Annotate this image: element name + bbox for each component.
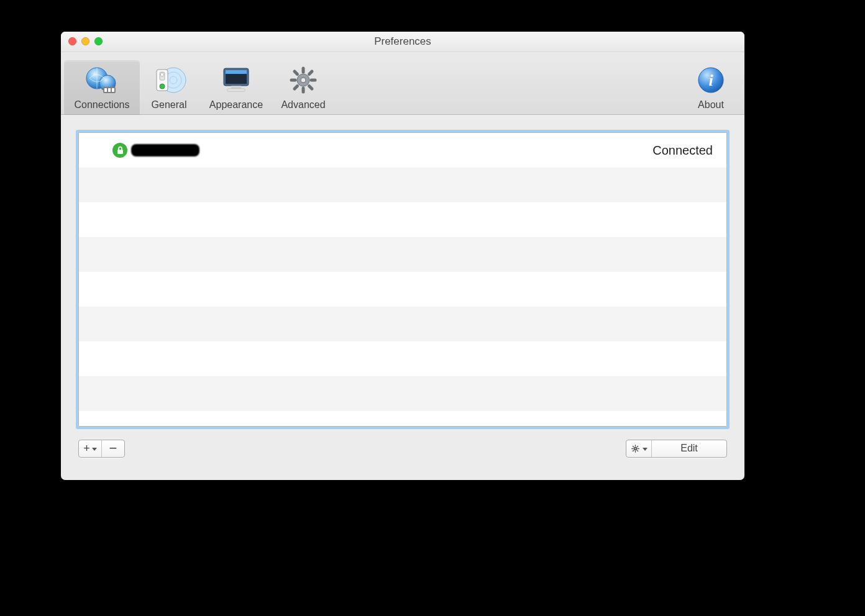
svg-rect-3 [104, 88, 107, 92]
dropdown-caret-icon [643, 448, 648, 451]
table-row[interactable] [79, 168, 726, 202]
svg-text:i: i [708, 71, 713, 89]
titlebar: Preferences [61, 32, 744, 52]
footer-bar: + − [78, 427, 727, 463]
preferences-window: Preferences [61, 32, 744, 480]
tab-general[interactable]: General [139, 61, 199, 114]
svg-rect-17 [227, 89, 245, 91]
tab-label: Advanced [273, 99, 333, 111]
table-row[interactable] [79, 307, 726, 342]
lock-icon [112, 143, 127, 158]
about-icon: i [693, 65, 728, 96]
svg-line-40 [637, 446, 638, 446]
minimize-button[interactable] [81, 37, 89, 45]
dropdown-caret-icon [92, 448, 97, 451]
action-menu-button[interactable] [626, 440, 651, 457]
tab-connections[interactable]: Connections [65, 61, 139, 114]
svg-rect-11 [161, 73, 164, 76]
svg-rect-5 [112, 88, 114, 92]
zoom-button[interactable] [94, 37, 103, 45]
table-row[interactable] [79, 272, 726, 307]
svg-line-37 [633, 446, 633, 446]
close-button[interactable] [68, 37, 76, 45]
action-edit-segment: Edit [626, 440, 727, 458]
table-row[interactable] [79, 202, 726, 237]
table-row[interactable] [79, 342, 726, 376]
edit-button[interactable]: Edit [651, 440, 726, 457]
advanced-icon [286, 65, 321, 96]
content-area: ver name Connected + − [61, 115, 744, 480]
table-row[interactable] [79, 237, 726, 272]
svg-rect-16 [231, 86, 241, 89]
connection-row[interactable]: ver name Connected [79, 133, 726, 168]
tab-advanced[interactable]: Advanced [273, 61, 333, 114]
toolbar: Connections General [61, 52, 744, 115]
tab-label: Appearance [199, 99, 273, 111]
svg-rect-15 [226, 70, 247, 74]
connection-status: Connected [652, 143, 713, 158]
svg-line-27 [309, 71, 313, 75]
tab-appearance[interactable]: Appearance [199, 61, 273, 114]
plus-icon: + [83, 442, 90, 455]
redacted-name [131, 144, 199, 156]
window-title: Preferences [374, 35, 431, 48]
tab-label: About [681, 99, 741, 111]
svg-line-39 [633, 450, 633, 451]
connections-list[interactable]: ver name Connected [78, 132, 727, 427]
svg-line-26 [295, 86, 298, 89]
svg-rect-30 [117, 150, 123, 154]
add-button[interactable]: + [79, 440, 101, 457]
tab-label: General [139, 99, 199, 111]
traffic-lights [68, 37, 103, 45]
tab-about[interactable]: i About [681, 61, 741, 114]
svg-point-32 [634, 448, 636, 449]
svg-line-25 [309, 86, 313, 89]
svg-point-19 [301, 78, 306, 83]
svg-rect-4 [108, 88, 111, 92]
table-row[interactable] [79, 376, 726, 411]
connections-icon [85, 65, 119, 96]
svg-point-12 [160, 84, 165, 89]
svg-line-38 [637, 450, 638, 451]
general-icon [152, 65, 186, 96]
appearance-icon [219, 65, 254, 96]
gear-icon [630, 443, 641, 454]
svg-line-24 [295, 71, 298, 75]
edit-button-label: Edit [680, 443, 698, 454]
remove-button[interactable]: − [101, 440, 124, 457]
tab-label: Connections [65, 99, 139, 111]
add-remove-segment: + − [78, 440, 125, 458]
